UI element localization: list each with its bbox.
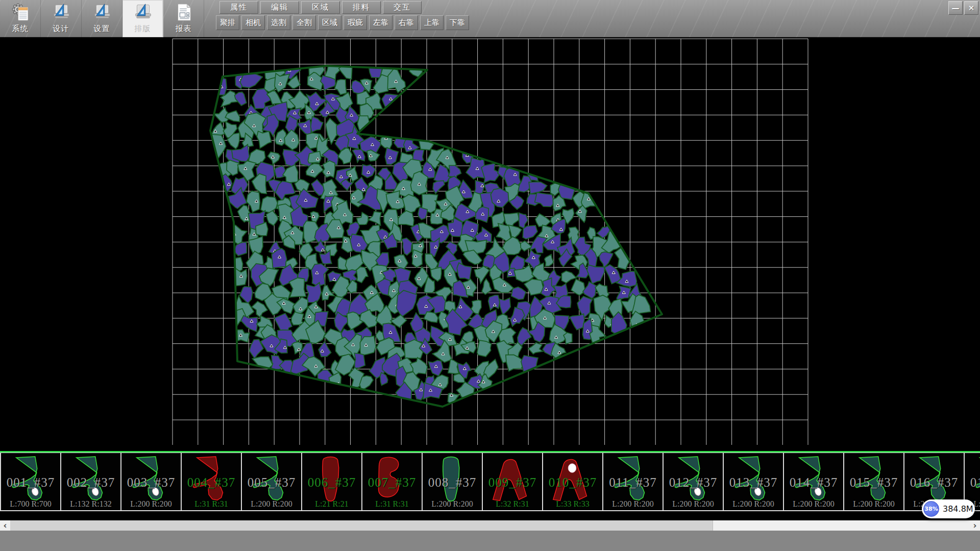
memory-badge: 38% 384.8M	[922, 499, 975, 518]
toolbar-item-label: 设计	[53, 24, 69, 34]
thumbnail-005_#37[interactable]: 005_#37L:200 R:200	[241, 453, 302, 511]
toolbar-item-label: 报表	[176, 24, 192, 34]
toolbar-item-label: 系统	[12, 24, 29, 34]
piece-shape	[728, 455, 778, 506]
piece-shape	[65, 455, 115, 506]
memory-value: 384.8M	[943, 504, 973, 514]
piece-shape	[547, 455, 597, 506]
thumbnail-006_#37[interactable]: 006_#37L:21 R:21	[301, 453, 362, 511]
nesting-canvas[interactable]	[0, 0, 980, 451]
tool-button-select-cut[interactable]: 选割	[267, 15, 290, 30]
tool-button-align-left[interactable]: 左靠	[369, 15, 393, 30]
piece-shape	[427, 455, 477, 506]
toolbar-item-system[interactable]: 系统	[0, 0, 41, 37]
piece-shape	[487, 455, 537, 506]
scrollbar-thumb[interactable]	[10, 520, 713, 531]
menu-bar: 属性编辑区域排料交互	[219, 1, 422, 14]
menu-item-interact[interactable]: 交互	[383, 1, 422, 14]
piece-shape	[969, 455, 980, 506]
toolbar-item-label: 排版	[135, 24, 151, 34]
thumbnail-004_#37[interactable]: 004_#37L:31 R:31	[181, 453, 242, 511]
thumbnail-010_#37[interactable]: 010_#37L:33 R:33	[542, 453, 603, 511]
piece-shape	[306, 455, 356, 506]
piece-shape	[186, 455, 236, 506]
piece-shape	[5, 455, 55, 506]
tool-button-defect[interactable]: 瑕疵	[344, 15, 367, 30]
window-controls: — ✕	[948, 1, 978, 15]
thumbnail-002_#37[interactable]: 002_#37L:132 R:132	[60, 453, 121, 511]
tool-button-cluster-nest[interactable]: 聚排	[216, 15, 239, 30]
thumbnail-strip: 001_#37L:700 R:700002_#37L:132 R:132003_…	[0, 453, 980, 512]
menu-item-nest[interactable]: 排料	[342, 1, 381, 14]
piece-shape	[848, 455, 898, 506]
toolbar-item-label: 设置	[94, 24, 110, 34]
toolbar-item-nesting[interactable]: 排版	[122, 0, 163, 37]
thumbnail-001_#37[interactable]: 001_#37L:700 R:700	[0, 453, 61, 511]
app-window: 系统设计设置排版报表 属性编辑区域排料交互 聚排相机选割全割区域瑕疵左靠右靠上靠…	[0, 0, 980, 551]
scroll-left-button[interactable]: ‹	[0, 520, 10, 531]
piece-shape	[607, 455, 657, 506]
piece-shape	[788, 455, 838, 506]
piece-shape	[126, 455, 176, 506]
piece-hole	[568, 464, 576, 473]
toolbar-item-report[interactable]: 报表	[163, 0, 204, 37]
scroll-right-button[interactable]: ›	[970, 520, 980, 531]
toolbar-item-design[interactable]: 设计	[41, 0, 82, 37]
title-bar: 系统设计设置排版报表 属性编辑区域排料交互 聚排相机选割全割区域瑕疵左靠右靠上靠…	[0, 0, 980, 37]
toolbar-item-settings[interactable]: 设置	[82, 0, 122, 37]
menu-item-properties[interactable]: 属性	[219, 1, 258, 14]
tool-button-align-right[interactable]: 右靠	[395, 15, 418, 30]
thumbnail-003_#37[interactable]: 003_#37L:200 R:200	[120, 453, 182, 511]
thumbnail-008_#37[interactable]: 008_#37L:200 R:200	[422, 453, 483, 511]
tool-button-cut-all[interactable]: 全割	[292, 15, 316, 30]
horizontal-scrollbar[interactable]: ‹ ›	[0, 520, 980, 531]
progress-circle: 38%	[923, 501, 939, 517]
thumbnail-012_#37[interactable]: 012_#37L:200 R:200	[663, 453, 724, 511]
menu-item-edit[interactable]: 编辑	[260, 1, 299, 14]
laptop-ruler-icon	[133, 1, 153, 23]
thumbnail-007_#37[interactable]: 007_#37L:31 R:31	[361, 453, 423, 511]
tool-button-camera[interactable]: 相机	[241, 15, 265, 30]
nested-pieces	[206, 57, 651, 406]
laptop-ruler-icon	[51, 1, 71, 23]
piece-shape	[246, 455, 296, 506]
minimize-button[interactable]: —	[948, 1, 963, 15]
tool-bar: 聚排相机选割全割区域瑕疵左靠右靠上靠下靠	[216, 15, 469, 30]
gear-doc-icon	[10, 1, 31, 23]
thumbnail-014_#37[interactable]: 014_#37L:200 R:200	[783, 453, 844, 511]
tool-button-zone[interactable]: 区域	[318, 15, 341, 30]
thumbnail-011_#37[interactable]: 011_#37L:200 R:200	[602, 453, 664, 511]
laptop-ruler-icon	[92, 1, 112, 23]
main-toolbar: 系统设计设置排版报表	[0, 0, 204, 37]
thumbnail-009_#37[interactable]: 009_#37L:32 R:31	[482, 453, 543, 511]
report-icon	[174, 1, 194, 23]
piece-shape	[909, 455, 959, 506]
menu-item-region[interactable]: 区域	[301, 1, 340, 14]
status-bar	[0, 531, 980, 551]
thumbnail-013_#37[interactable]: 013_#37L:200 R:200	[723, 453, 784, 511]
tool-button-align-top[interactable]: 上靠	[420, 15, 444, 30]
close-button[interactable]: ✕	[964, 1, 978, 15]
tool-button-align-bottom[interactable]: 下靠	[446, 15, 469, 30]
piece-shape	[668, 455, 718, 506]
piece-shape	[366, 455, 416, 506]
thumbnail-015_#37[interactable]: 015_#37L:200 R:200	[843, 453, 904, 511]
